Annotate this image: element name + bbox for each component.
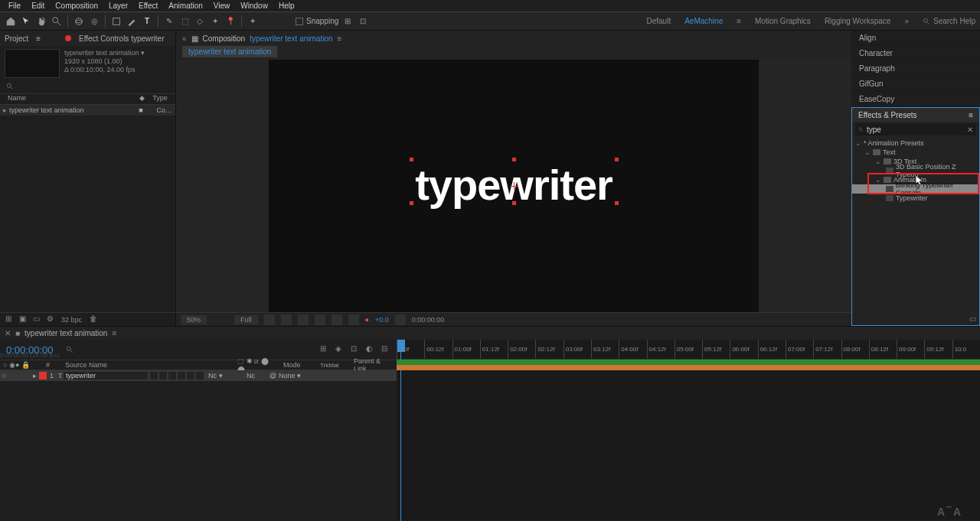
- menu-composition[interactable]: Composition: [50, 0, 103, 11]
- layer-label-color[interactable]: [39, 372, 47, 379]
- col-type[interactable]: Type: [145, 94, 175, 104]
- label-color[interactable]: ■: [129, 106, 152, 114]
- pen-tool-icon[interactable]: [126, 15, 138, 28]
- workspace-rigging[interactable]: Rigging Workspace: [825, 17, 891, 25]
- workspace-aemachine[interactable]: AeMachine: [684, 17, 723, 25]
- pan-behind-tool-icon[interactable]: ◎: [88, 15, 100, 28]
- preset-blinking-typewriter[interactable]: Blinking Typewriter Console: [852, 184, 979, 194]
- timeline-lock-icon[interactable]: ■: [15, 329, 20, 337]
- timeline-tab-menu-icon[interactable]: ≡: [112, 329, 116, 337]
- col-lock-icon[interactable]: 🔒: [18, 361, 24, 369]
- timecode-icon[interactable]: [298, 314, 309, 325]
- workspace-default[interactable]: Default: [647, 17, 671, 25]
- trash-icon[interactable]: 🗑: [88, 314, 99, 325]
- preset-root[interactable]: ⌄* Animation Presets: [852, 138, 979, 148]
- panel-gifgun[interactable]: GifGun: [851, 77, 980, 92]
- home-icon[interactable]: [5, 15, 17, 28]
- search-icon[interactable]: [6, 83, 14, 90]
- panel-character[interactable]: Character: [851, 46, 980, 61]
- time-ruler[interactable]: :00f00:12f01:00f01:12f02:00f02:12f03:00f…: [397, 340, 980, 360]
- col-solo-icon[interactable]: ●: [12, 361, 18, 369]
- quality-dropdown[interactable]: Full: [234, 315, 258, 324]
- effects-search[interactable]: ✕: [855, 123, 976, 135]
- handle-tl[interactable]: [410, 158, 413, 161]
- 3d-icon[interactable]: [315, 314, 325, 325]
- grid-icon[interactable]: [264, 314, 275, 325]
- tl-opt1-icon[interactable]: ⊞: [317, 344, 329, 355]
- effect-controls-tab[interactable]: Effect Controls typewriter: [79, 34, 165, 43]
- col-audio-icon[interactable]: ◉: [6, 361, 12, 369]
- flowchart-crumb[interactable]: typewriter text animation: [182, 46, 277, 57]
- zoom-dropdown[interactable]: 50%: [181, 315, 207, 324]
- handle-tr[interactable]: [615, 158, 619, 161]
- layer-mode[interactable]: Nc ▾: [206, 372, 244, 379]
- menu-file[interactable]: File: [3, 0, 26, 11]
- rect-tool-icon[interactable]: [110, 15, 122, 28]
- interpret-icon[interactable]: ⊞: [3, 314, 14, 325]
- clone-tool-icon[interactable]: ⬚: [178, 15, 191, 28]
- brush-tool-icon[interactable]: ✎: [163, 15, 175, 28]
- roto-tool-icon[interactable]: ✦: [209, 15, 221, 28]
- handle-tc[interactable]: [512, 158, 516, 161]
- comp-name-link[interactable]: typewriter text animation: [250, 34, 332, 43]
- exposure-value[interactable]: +0.0: [375, 316, 389, 324]
- timeline-search-icon[interactable]: [66, 346, 74, 353]
- viewer[interactable]: typewriter: [176, 59, 851, 312]
- layer-track[interactable]: [397, 360, 980, 370]
- col-label-icon[interactable]: ◆: [139, 94, 145, 104]
- disclosure-icon[interactable]: ▸: [0, 106, 9, 114]
- col-eye-icon[interactable]: ○: [0, 361, 6, 369]
- workspace-overflow-icon[interactable]: »: [904, 17, 909, 25]
- bpc-toggle[interactable]: 32 bpc: [58, 316, 85, 324]
- menu-effect[interactable]: Effect: [133, 0, 163, 11]
- puppet-tool-icon[interactable]: 📍: [224, 15, 237, 28]
- tl-opt2-icon[interactable]: ◈: [332, 344, 345, 355]
- settings-icon[interactable]: ⚙: [44, 314, 55, 325]
- workspace-motion[interactable]: Motion Graphics: [755, 17, 811, 25]
- menu-view[interactable]: View: [208, 0, 236, 11]
- eraser-tool-icon[interactable]: ◇: [194, 15, 206, 28]
- handle-bc[interactable]: [512, 201, 516, 205]
- comp-tab-menu-icon[interactable]: ≡: [338, 34, 342, 43]
- mask-icon[interactable]: [281, 314, 292, 325]
- search-help[interactable]: Search Help: [923, 17, 975, 25]
- track-layer-bar[interactable]: [397, 365, 980, 370]
- effects-presets-menu-icon[interactable]: ≡: [969, 111, 973, 119]
- new-bin-icon[interactable]: ▭: [969, 314, 976, 323]
- panel-easecopy[interactable]: EaseCopy: [851, 92, 980, 107]
- handle-br[interactable]: [615, 201, 619, 205]
- col-name[interactable]: Name: [0, 94, 122, 104]
- snapshot-icon[interactable]: [395, 314, 406, 325]
- menu-animation[interactable]: Animation: [163, 0, 207, 11]
- parent-pick-icon[interactable]: @: [267, 372, 276, 379]
- comp-layout-icon[interactable]: ▦: [191, 34, 198, 43]
- layer-twirl-icon[interactable]: ▸: [31, 372, 39, 379]
- panel-align[interactable]: Align: [851, 31, 980, 46]
- type-tool-icon[interactable]: T: [141, 15, 153, 28]
- selection-tool-icon[interactable]: [20, 15, 32, 28]
- extra-tool-icon[interactable]: ✦: [247, 15, 259, 28]
- project-tab[interactable]: Project: [5, 34, 28, 43]
- new-comp-icon[interactable]: ▣: [17, 314, 28, 325]
- zoom-tool-icon[interactable]: [51, 15, 63, 28]
- menu-edit[interactable]: Edit: [26, 0, 50, 11]
- exposure-reset-icon[interactable]: ●: [365, 316, 369, 324]
- snap-opt1-icon[interactable]: ⊞: [341, 15, 354, 28]
- layer-parent[interactable]: None ▾: [276, 372, 307, 379]
- clear-search-icon[interactable]: ✕: [967, 125, 973, 134]
- anchor-point-icon[interactable]: [510, 182, 518, 190]
- menu-window[interactable]: Window: [235, 0, 273, 11]
- orbit-tool-icon[interactable]: [73, 15, 85, 28]
- new-folder-icon[interactable]: ▭: [31, 314, 41, 325]
- preset-text-folder[interactable]: ⌄Text: [852, 148, 979, 157]
- tl-opt3-icon[interactable]: ⊡: [348, 344, 360, 355]
- preset-3d-item[interactable]: 3D Basic Position Z Typeon: [852, 166, 979, 175]
- tl-opt5-icon[interactable]: ⊟: [378, 344, 390, 355]
- project-item[interactable]: ▸ typewriter text animation ■ Co...: [0, 105, 175, 116]
- layer-eye-icon[interactable]: ○: [0, 372, 8, 379]
- hand-tool-icon[interactable]: [35, 15, 47, 28]
- timeline-layer[interactable]: ○ ▸ 1 T typewriter Nc ▾ Nc @ None ▾: [0, 370, 397, 381]
- menu-layer[interactable]: Layer: [103, 0, 133, 11]
- snapping-checkbox[interactable]: [296, 18, 303, 25]
- transparency-icon[interactable]: [348, 314, 359, 325]
